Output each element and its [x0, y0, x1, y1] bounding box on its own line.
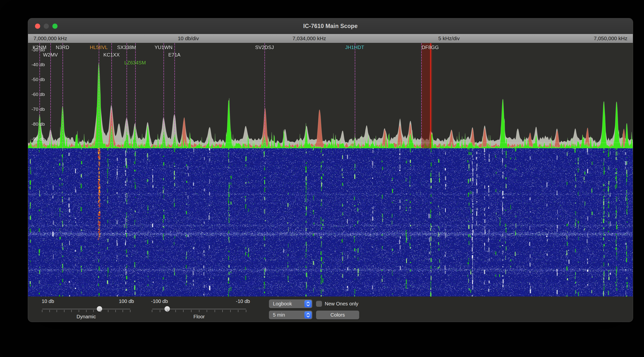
slider-tick: [207, 310, 207, 312]
callsign-label-df8gg[interactable]: DF8GG: [422, 45, 439, 50]
callsign-label-e71a[interactable]: E71A: [168, 52, 180, 58]
logbook-select[interactable]: Logbook: [269, 300, 312, 308]
slider-tick: [214, 310, 215, 312]
slider-tick: [130, 310, 130, 312]
title-bar[interactable]: IC-7610 Main Scope: [28, 18, 633, 34]
spectrum-display[interactable]: -30 db-40 db-50 db-60 db-70 db-80 db-90 …: [28, 43, 633, 148]
control-bar: 10 db 100 db Dynamic -100 db -10 db Floo…: [28, 297, 633, 322]
slider-tick: [230, 310, 231, 312]
slider-tick: [79, 310, 79, 312]
waterfall-canvas[interactable]: [28, 148, 633, 297]
main-scope-window: IC-7610 Main Scope 7,000,000 kHz 10 db/d…: [28, 18, 633, 322]
slider-tick: [42, 310, 42, 312]
slider-tick: [176, 310, 176, 312]
slider-tick: [71, 310, 72, 312]
desktop-background: IC-7610 Main Scope 7,000,000 kHz 10 db/d…: [0, 0, 644, 357]
callsign-label-kc1xx[interactable]: KC1XX: [104, 52, 120, 58]
noise-floor-dotted-line: [28, 143, 633, 143]
spot-marker-line: [264, 43, 265, 148]
callsign-label-yu1wn[interactable]: YU1WN: [154, 45, 172, 50]
dynamic-slider-thumb[interactable]: [97, 306, 102, 312]
slider-tick: [183, 310, 184, 312]
floor-max-label: -10 db: [236, 299, 250, 304]
interval-select-value: 5 min: [269, 312, 304, 318]
dynamic-slider[interactable]: [42, 306, 130, 312]
vfo-passband: [421, 43, 431, 148]
slider-tick: [101, 310, 101, 312]
db-scale-label: -50 db: [32, 77, 45, 82]
scale-freq-right: 7,050,000 kHz: [594, 35, 628, 41]
popup-stepper-icon: [304, 300, 312, 308]
slider-tick: [160, 310, 160, 312]
spot-marker-line: [421, 43, 422, 148]
callsign-label-jh1hdt[interactable]: JH1HDT: [345, 45, 364, 50]
slider-tick: [168, 310, 168, 312]
callsign-label-sx338m[interactable]: SX338M: [117, 45, 136, 50]
slider-tick: [152, 310, 152, 312]
popup-stepper-icon: [304, 311, 312, 319]
close-button[interactable]: [35, 23, 40, 29]
scale-freq-center: 7,034,000 kHz: [292, 35, 326, 41]
window-title: IC-7610 Main Scope: [303, 23, 358, 29]
spot-marker-line: [99, 43, 99, 148]
spot-marker-line: [355, 43, 355, 148]
floor-slider[interactable]: [152, 306, 246, 312]
traffic-lights: [35, 18, 58, 34]
logbook-select-value: Logbook: [269, 301, 304, 307]
spot-marker-line: [164, 43, 164, 148]
slider-tick: [108, 310, 108, 312]
slider-tick: [115, 310, 116, 312]
db-scale-label: -80 db: [32, 121, 45, 127]
scale-db-per-div: 10 db/div: [178, 35, 199, 41]
slider-tick: [56, 310, 57, 312]
spot-marker-line: [126, 43, 127, 148]
slider-tick: [191, 310, 192, 312]
db-scale-label: -90 db: [32, 136, 45, 142]
spot-marker-line: [50, 43, 51, 148]
frequency-scale-bar[interactable]: 7,000,000 kHz 10 db/div 7,034,000 kHz 5 …: [28, 34, 633, 43]
callsign-label-hl5iivl[interactable]: HL5IIVL: [90, 45, 108, 50]
spot-marker-line: [174, 43, 175, 148]
floor-slider-label: Floor: [152, 314, 246, 320]
dynamic-max-label: 100 db: [119, 299, 134, 304]
db-scale-label: -70 db: [32, 107, 45, 112]
slider-tick: [238, 310, 238, 312]
slider-tick: [246, 310, 246, 312]
scale-freq-left: 7,000,000 kHz: [34, 35, 67, 41]
callsign-label-sv2dsj[interactable]: SV2DSJ: [255, 45, 274, 50]
spectrum-canvas[interactable]: [28, 43, 633, 148]
interval-select[interactable]: 5 min: [269, 311, 312, 319]
callsign-label-k2nm[interactable]: K2NM: [33, 45, 47, 50]
callsign-label-w2mv[interactable]: W2MV: [43, 52, 58, 58]
floor-min-label: -100 db: [151, 299, 168, 304]
slider-tick: [64, 310, 64, 312]
zoom-button[interactable]: [52, 23, 58, 29]
dynamic-slider-track[interactable]: [42, 309, 130, 309]
callsign-label-n3rd[interactable]: N3RD: [56, 45, 69, 50]
slider-tick: [86, 310, 86, 312]
minimize-button[interactable]: [44, 23, 49, 29]
checkbox-box-icon[interactable]: [316, 301, 322, 307]
scale-khz-per-div: 5 kHz/div: [438, 35, 460, 41]
slider-tick: [222, 310, 223, 312]
db-scale-label: -60 db: [32, 92, 45, 97]
db-scale-label: -40 db: [32, 62, 45, 67]
new-ones-only-label: New Ones only: [325, 301, 358, 307]
new-ones-only-checkbox[interactable]: New Ones only: [316, 301, 358, 307]
slider-tick: [199, 310, 200, 312]
slider-tick: [122, 310, 123, 312]
spot-marker-line: [112, 43, 112, 148]
callsign-label-lz634sm[interactable]: LZ634SM: [124, 60, 146, 66]
dynamic-slider-label: Dynamic: [42, 314, 130, 320]
vfo-frequency-line[interactable]: [430, 43, 431, 148]
slider-tick: [93, 310, 94, 312]
colors-button[interactable]: Colors: [316, 311, 359, 319]
floor-slider-thumb[interactable]: [164, 306, 170, 312]
spot-marker-line: [135, 43, 136, 148]
spot-marker-line: [62, 43, 63, 148]
slider-tick: [49, 310, 50, 312]
waterfall-display[interactable]: [28, 148, 633, 297]
dynamic-min-label: 10 db: [42, 299, 54, 304]
